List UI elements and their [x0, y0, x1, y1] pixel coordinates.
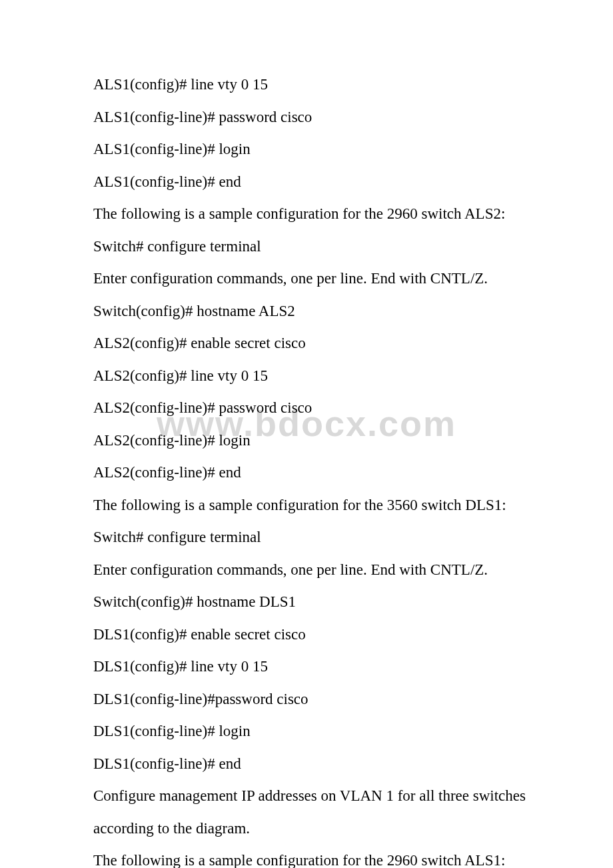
- description-line: according to the diagram.: [60, 817, 553, 841]
- document-page: www.bdocx.com ALS1(config)# line vty 0 1…: [0, 0, 613, 868]
- config-line: ALS1(config-line)# end: [60, 171, 553, 194]
- document-content: ALS1(config)# line vty 0 15 ALS1(config-…: [60, 73, 553, 868]
- config-line: DLS1(config)# line vty 0 15: [60, 655, 553, 679]
- description-line: The following is a sample configuration …: [60, 494, 553, 517]
- description-line: Enter configuration commands, one per li…: [60, 267, 553, 291]
- config-line: ALS1(config)# line vty 0 15: [60, 73, 553, 97]
- description-line: The following is a sample configuration …: [60, 203, 553, 226]
- config-line: ALS1(config-line)# password cisco: [60, 106, 553, 129]
- config-line: ALS2(config-line)# password cisco: [60, 397, 553, 420]
- config-line: DLS1(config-line)# end: [60, 753, 553, 776]
- config-line: DLS1(config)# enable secret cisco: [60, 623, 553, 647]
- config-line: Switch(config)# hostname DLS1: [60, 591, 553, 614]
- description-line: The following is a sample configuration …: [60, 849, 553, 868]
- config-line: ALS1(config-line)# login: [60, 138, 553, 161]
- description-line: Enter configuration commands, one per li…: [60, 559, 553, 582]
- config-line: Switch# configure terminal: [60, 235, 553, 259]
- config-line: ALS2(config-line)# login: [60, 429, 553, 453]
- config-line: ALS2(config)# line vty 0 15: [60, 365, 553, 388]
- config-line: DLS1(config-line)#password cisco: [60, 688, 553, 711]
- config-line: ALS2(config-line)# end: [60, 461, 553, 485]
- config-line: DLS1(config-line)# login: [60, 720, 553, 743]
- description-line: Configure management IP addresses on VLA…: [60, 785, 553, 808]
- config-line: ALS2(config)# enable secret cisco: [60, 332, 553, 355]
- config-line: Switch(config)# hostname ALS2: [60, 300, 553, 323]
- config-line: Switch# configure terminal: [60, 526, 553, 549]
